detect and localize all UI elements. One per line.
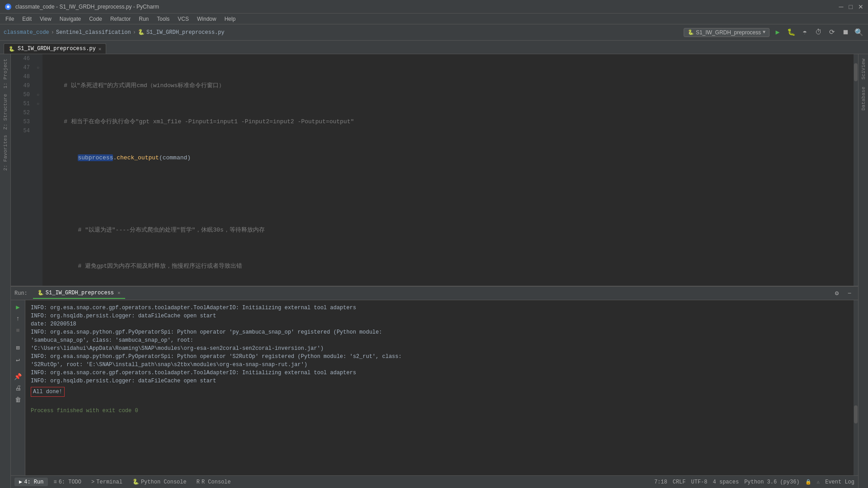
- menu-edit[interactable]: Edit: [19, 15, 35, 23]
- coverage-button[interactable]: ☂: [799, 27, 810, 38]
- gutter-48: [33, 72, 42, 81]
- run-label: Run:: [14, 290, 28, 297]
- run-tab-close[interactable]: ✕: [117, 290, 121, 296]
- maximize-button[interactable]: □: [849, 3, 853, 10]
- editor-scrollbar[interactable]: [854, 54, 858, 286]
- toolbar: classmate_code › Sentinel_classification…: [0, 24, 868, 41]
- sidebar-item-favorites[interactable]: 2: Favorites: [3, 132, 8, 173]
- output-line-10: INFO: org.hsqldb.persist.Logger: dataFil…: [31, 377, 848, 385]
- run-scrollbar-thumb[interactable]: [854, 405, 858, 423]
- menu-refactor[interactable]: Refactor: [107, 15, 134, 23]
- breadcrumb-file: 🐍S1_IW_GRDH_preprocess.py: [138, 29, 225, 36]
- run-scroll-up-button[interactable]: ↑: [13, 314, 23, 324]
- run-print-button[interactable]: 🖨: [13, 383, 23, 393]
- main-area: 1: Project Z: Structure 2: Favorites 46 …: [0, 54, 868, 488]
- status-crlf[interactable]: CRLF: [673, 479, 686, 485]
- toolbar-right: 🐍 S1_IW_GRDH_preprocess ▼ ▶ 🐛 ☂ ⏱ ⟳ ⏹ 🔍: [684, 27, 864, 38]
- bottom-tabs: ▶ 4: Run ≡ 6: TODO > Terminal 🐍 Python C…: [14, 478, 235, 486]
- menubar: File Edit View Navigate Code Refactor Ru…: [0, 14, 868, 24]
- bottom-tab-r-console[interactable]: R R Console: [192, 478, 235, 486]
- bottom-tab-python-console[interactable]: 🐍 Python Console: [128, 478, 191, 486]
- breadcrumb-sep2: ›: [133, 29, 136, 36]
- run-minimize-button[interactable]: −: [845, 288, 854, 298]
- run-scrollbar[interactable]: [854, 300, 858, 475]
- r-console-tab-label: R Console: [202, 479, 231, 485]
- bottom-tab-todo[interactable]: ≡ 6: TODO: [49, 478, 86, 486]
- menu-run[interactable]: Run: [135, 15, 152, 23]
- ln-47: 47: [11, 63, 30, 72]
- editor-tab-active[interactable]: 🐍 S1_IW_GRDH_preprocess.py ✕: [4, 43, 106, 54]
- editor-scrollbar-thumb[interactable]: [854, 63, 858, 81]
- menu-navigate[interactable]: Navigate: [56, 15, 84, 23]
- sidebar-item-structure[interactable]: Z: Structure: [3, 91, 8, 132]
- gutter-47[interactable]: ○: [33, 63, 42, 72]
- line-numbers: 46 47 48 49 50 51 52 53 54: [11, 54, 33, 286]
- run-layout-button[interactable]: ⊞: [13, 343, 23, 353]
- bottom-tab-run[interactable]: ▶ 4: Run: [14, 478, 48, 486]
- gutter-52: [33, 108, 42, 117]
- search-everywhere-button[interactable]: 🔍: [854, 27, 864, 38]
- python-console-tab-icon: 🐍: [132, 479, 139, 485]
- breadcrumb-folder[interactable]: Sentinel_classification: [56, 29, 131, 36]
- code-line-46: # 以"杀死进程"的方式调用cmd（windows标准命令行窗口）: [50, 81, 854, 90]
- minimize-button[interactable]: ─: [839, 3, 844, 10]
- right-tab-database[interactable]: Database: [861, 84, 866, 113]
- menu-vcs[interactable]: VCS: [174, 15, 192, 23]
- code-line-48: subprocess.check_output(command): [50, 153, 854, 163]
- output-line-6: 'C:\Users\lidahui\AppData\Roaming\SNAP\m…: [31, 344, 848, 353]
- titlebar-left: classmate_code - S1_IW_GRDH_preprocess.p…: [5, 3, 159, 10]
- menu-tools[interactable]: Tools: [153, 15, 173, 23]
- ln-52: 52: [11, 108, 30, 117]
- code-content[interactable]: # 以"杀死进程"的方式调用cmd（windows标准命令行窗口） # 相当于在…: [42, 54, 854, 286]
- event-log-button[interactable]: Event Log: [825, 479, 854, 485]
- titlebar: classmate_code - S1_IW_GRDH_preprocess.p…: [0, 0, 868, 14]
- terminal-tab-icon: >: [91, 479, 94, 485]
- menu-help[interactable]: Help: [221, 15, 239, 23]
- menu-code[interactable]: Code: [85, 15, 106, 23]
- gutter-51[interactable]: ○: [33, 99, 42, 108]
- close-button[interactable]: ✕: [858, 3, 863, 10]
- status-line-col[interactable]: 7:18: [654, 479, 667, 485]
- bookmark-50: ○: [37, 93, 39, 98]
- status-indent[interactable]: 4 spaces: [713, 479, 739, 485]
- run-body: ▶ ↑ ■ ⊞ ↵ 📌 🖨 🗑 INFO: org.esa.snap.core.…: [11, 300, 858, 475]
- python-console-tab-label: Python Console: [141, 479, 187, 485]
- titlebar-controls[interactable]: ─ □ ✕: [839, 3, 863, 10]
- r-console-tab-icon: R: [197, 479, 200, 485]
- right-tab-sciview[interactable]: SciView: [861, 56, 866, 82]
- run-settings-button[interactable]: ⚙: [832, 288, 842, 298]
- menu-view[interactable]: View: [36, 15, 55, 23]
- status-encoding[interactable]: UTF-8: [691, 479, 708, 485]
- bottom-tab-terminal[interactable]: > Terminal: [87, 478, 127, 486]
- run-play-button[interactable]: ▶: [13, 302, 23, 312]
- status-bar: 7:18 CRLF UTF-8 4 spaces Python 3.6 (py3…: [654, 479, 854, 485]
- breadcrumb: classmate_code › Sentinel_classification…: [4, 29, 225, 36]
- debug-button[interactable]: 🐛: [786, 27, 797, 38]
- run-config-selector[interactable]: 🐍 S1_IW_GRDH_preprocess ▼: [684, 28, 769, 37]
- bookmark-51: ○: [37, 102, 39, 107]
- run-softrap-button[interactable]: ↵: [13, 354, 23, 364]
- breadcrumb-project[interactable]: classmate_code: [4, 29, 49, 36]
- menu-window[interactable]: Window: [193, 15, 220, 23]
- run-pin-button[interactable]: 📌: [13, 372, 23, 381]
- status-python-version[interactable]: Python 3.6 (py36): [744, 479, 799, 485]
- run-panel-tab-active[interactable]: 🐍 S1_IW_GRDH_preprocess ✕: [33, 288, 125, 299]
- profile-button[interactable]: ⏱: [813, 27, 824, 38]
- ln-51: 51: [11, 99, 30, 108]
- ln-49: 49: [11, 81, 30, 90]
- run-panel-tabs: Run: 🐍 S1_IW_GRDH_preprocess ✕: [14, 288, 125, 299]
- terminal-tab-label: Terminal: [96, 479, 122, 485]
- output-line-3: date: 20200518: [31, 320, 848, 328]
- run-button[interactable]: ▶: [772, 27, 783, 38]
- run-output[interactable]: INFO: org.esa.snap.core.gpf.operators.to…: [25, 300, 854, 475]
- run-stop-button[interactable]: ■: [13, 325, 23, 335]
- run-tab-label: 4: Run: [24, 479, 43, 485]
- gutter-50[interactable]: ○: [33, 90, 42, 99]
- gutter-54: [33, 126, 42, 135]
- concurrency-button[interactable]: ⟳: [826, 27, 837, 38]
- tab-close-button[interactable]: ✕: [99, 46, 102, 52]
- stop-button[interactable]: ⏹: [840, 27, 851, 38]
- run-clear-button[interactable]: 🗑: [13, 395, 23, 405]
- sidebar-item-project[interactable]: 1: Project: [3, 56, 8, 91]
- menu-file[interactable]: File: [2, 15, 18, 23]
